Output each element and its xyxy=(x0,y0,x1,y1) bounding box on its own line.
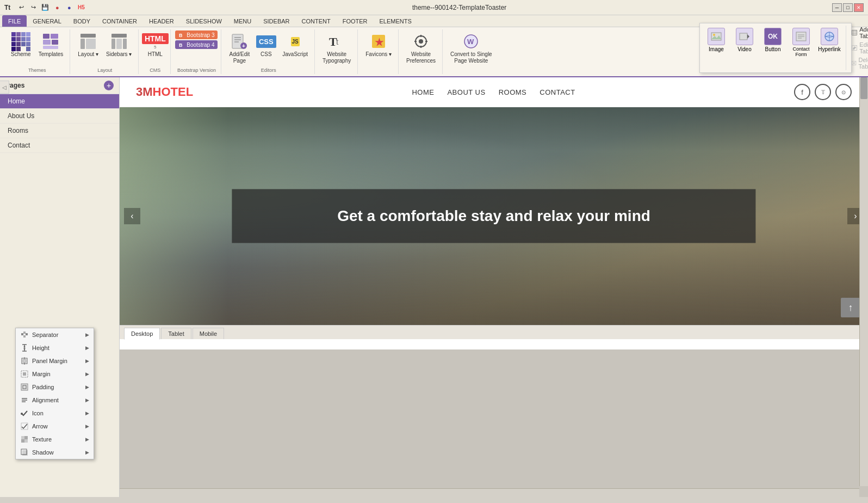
ribbon-group-themes: Scheme Templates Themes xyxy=(4,29,70,74)
ctx-icon[interactable]: Icon ▶ xyxy=(16,407,94,420)
css-button[interactable]: CSS CSS xyxy=(254,30,278,60)
ctx-panel-margin[interactable]: Panel Margin ▶ xyxy=(16,354,94,367)
html-button[interactable]: HTML 5 HTML xyxy=(143,30,167,60)
tab-tablet[interactable]: Tablet xyxy=(161,328,191,339)
tab-desktop[interactable]: Desktop xyxy=(124,328,160,340)
tab-menu[interactable]: MENU xyxy=(228,15,257,27)
logo-3m: 3M xyxy=(136,85,153,99)
website-logo: 3MHOTEL xyxy=(136,85,193,99)
nav-contact[interactable]: CONTACT xyxy=(540,88,575,96)
tab-mobile[interactable]: Mobile xyxy=(193,328,224,339)
svg-marker-65 xyxy=(747,34,749,39)
tab-content[interactable]: CONTENT xyxy=(296,15,337,27)
pages-header: Pages + xyxy=(0,77,119,94)
collapse-panel-button[interactable]: ◁ xyxy=(0,81,9,94)
add-edit-label: Add/EditPage xyxy=(229,51,250,64)
float-menu-actions: Add Table Edit Table Delete Table xyxy=(846,26,868,70)
scheme-button[interactable]: Scheme xyxy=(8,30,34,60)
sidebars-button[interactable]: Sidebars ▾ xyxy=(103,30,135,60)
tab-body[interactable]: BODY xyxy=(67,15,96,27)
tab-footer[interactable]: FOOTER xyxy=(337,15,374,27)
ctx-arrow-padding: ▶ xyxy=(85,384,89,390)
context-menu: Separator ▶ Height ▶ xyxy=(15,328,94,459)
add-table-action[interactable]: Add Table xyxy=(851,26,868,40)
ctx-height[interactable]: Height ▶ xyxy=(16,341,94,354)
hyperlink-button[interactable]: Hyperlink xyxy=(817,26,841,70)
tab-container[interactable]: CONTAINER xyxy=(96,15,143,27)
layout-group-label: Layout xyxy=(97,66,112,73)
ctx-arrow-icon: ▶ xyxy=(85,410,89,416)
maximize-button[interactable]: □ xyxy=(843,3,853,12)
ctx-separator[interactable]: Separator ▶ xyxy=(16,328,94,341)
close-button[interactable]: ✕ xyxy=(854,3,864,12)
image-button[interactable]: Image xyxy=(704,26,728,70)
tab-header[interactable]: HEADER xyxy=(143,15,180,27)
nav-rooms[interactable]: ROOMS xyxy=(499,88,527,96)
preferences-icon xyxy=(412,33,430,50)
vertical-scrollbar[interactable] xyxy=(859,77,868,486)
ctx-shadow[interactable]: Shadow ▶ xyxy=(16,446,94,459)
texture-icon xyxy=(20,435,29,444)
scroll-to-top-button[interactable]: ↑ xyxy=(841,298,860,317)
quick-toolbar: ↩ ↪ 💾 ● ● H5 xyxy=(16,2,86,13)
cms-buttons: HTML 5 HTML xyxy=(143,30,167,66)
tab-general[interactable]: GENERAL xyxy=(27,15,67,27)
add-page-button[interactable]: + xyxy=(104,81,114,90)
website-preferences-button[interactable]: WebsitePreferences xyxy=(403,30,439,66)
favicons-buttons: ★ Favicons ▾ xyxy=(362,30,395,73)
edit-table-action[interactable]: Edit Table xyxy=(851,41,868,55)
convert-icon: W xyxy=(462,33,480,50)
templates-button[interactable]: Templates xyxy=(35,30,67,60)
hero-prev-button[interactable]: ‹ xyxy=(124,208,140,224)
ctx-alignment-label: Alignment xyxy=(32,397,59,403)
facebook-icon[interactable]: f xyxy=(794,84,810,100)
svg-rect-5 xyxy=(80,34,96,38)
button-button[interactable]: OK Button xyxy=(761,26,785,70)
app-logo: Tt xyxy=(4,4,10,11)
convert-button[interactable]: W Convert to SinglePage Website xyxy=(447,30,495,66)
scrollbar-thumb-v[interactable] xyxy=(860,77,867,99)
tab-elements[interactable]: ELEMENTS xyxy=(374,15,418,27)
undo-button[interactable]: ↩ xyxy=(16,2,27,13)
ribbon-group-cms: HTML 5 HTML CMS xyxy=(140,29,171,74)
nav-about[interactable]: ABOUT US xyxy=(447,88,485,96)
redo-button[interactable]: ↪ xyxy=(28,2,39,13)
nav-home[interactable]: HOME xyxy=(412,88,434,96)
horizontal-scrollbar[interactable] xyxy=(120,488,859,497)
bootstrap4-button[interactable]: B Bootstrap 4 xyxy=(175,40,218,49)
page-item-rooms[interactable]: Rooms xyxy=(0,124,119,138)
canvas-scroll[interactable]: 3MHOTEL HOME ABOUT US ROOMS CONTACT f 𝕋 … xyxy=(120,77,868,497)
layout-label: Layout ▾ xyxy=(78,51,98,58)
video-button[interactable]: Video xyxy=(733,26,757,70)
ctx-arrow-shadow: ▶ xyxy=(85,450,89,455)
page-item-about[interactable]: About Us xyxy=(0,109,119,124)
website-typography-button[interactable]: T t WebsiteTypography xyxy=(319,30,354,66)
tab-slideshow[interactable]: SLIDESHOW xyxy=(180,15,228,27)
page-item-contact[interactable]: Contact xyxy=(0,138,119,153)
ctx-alignment[interactable]: Alignment ▶ xyxy=(16,394,94,407)
delete-table-action[interactable]: Delete Table xyxy=(851,56,868,70)
minimize-button[interactable]: ─ xyxy=(832,3,842,12)
html-label: HTML xyxy=(148,51,163,58)
tab-sidebar[interactable]: SIDEBAR xyxy=(257,15,295,27)
javascript-button[interactable]: JS JavaScript xyxy=(279,30,311,60)
video-icon xyxy=(736,28,753,45)
tab-file[interactable]: FILE xyxy=(2,15,27,27)
ctx-arrow[interactable]: Arrow ▶ xyxy=(16,420,94,433)
title-bar: Tt ↩ ↪ 💾 ● ● H5 theme--900142-TemplateTo… xyxy=(0,0,868,15)
twitter-icon[interactable]: 𝕋 xyxy=(815,84,831,100)
ctx-texture[interactable]: Texture ▶ xyxy=(16,433,94,446)
layout-button[interactable]: Layout ▾ xyxy=(75,30,102,60)
svg-text:B: B xyxy=(179,33,183,38)
bootstrap3-button[interactable]: B Bootstrap 3 xyxy=(175,30,218,39)
add-edit-page-button[interactable]: + Add/EditPage xyxy=(226,30,253,66)
contact-form-button[interactable]: ContactForm xyxy=(789,26,813,70)
window-controls: ─ □ ✕ xyxy=(832,3,864,12)
favicons-button[interactable]: ★ Favicons ▾ xyxy=(362,30,395,60)
page-item-home[interactable]: Home xyxy=(0,94,119,109)
save-button[interactable]: 💾 xyxy=(40,2,51,13)
instagram-icon[interactable]: ⊙ xyxy=(835,84,852,100)
svg-point-63 xyxy=(713,34,715,36)
ctx-padding[interactable]: Padding ▶ xyxy=(16,381,94,394)
ctx-margin[interactable]: Margin ▶ xyxy=(16,367,94,381)
